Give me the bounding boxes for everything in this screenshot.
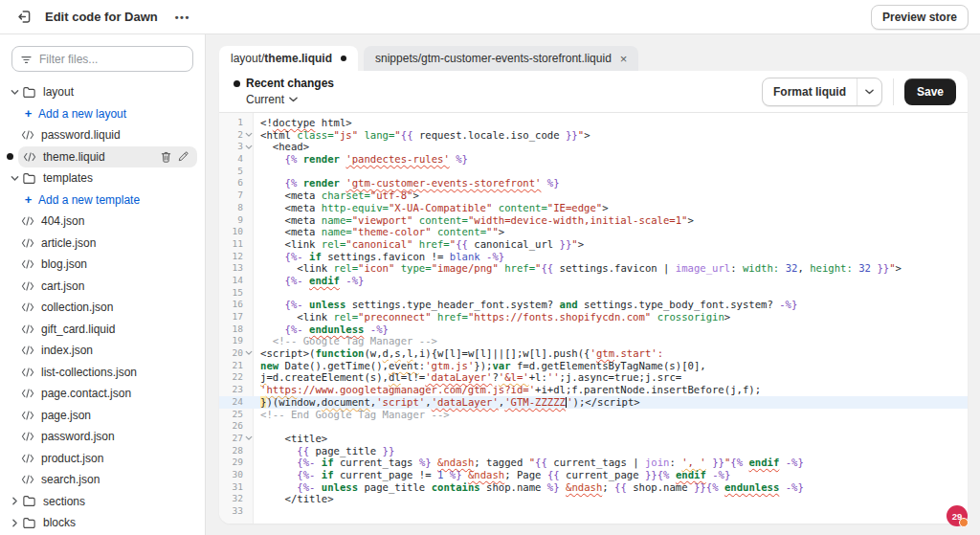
- sidebar-item-add-a-new-template[interactable]: +Add a new template: [0, 189, 205, 212]
- code-line-23[interactable]: 23'https://www.googletagmanager.com/gtm.…: [219, 384, 968, 396]
- delete-file-button[interactable]: [157, 150, 174, 164]
- gutter-line-number: 21: [219, 360, 254, 372]
- filter-files-input[interactable]: [11, 46, 193, 72]
- support-chat-badge[interactable]: 29: [947, 505, 968, 526]
- code-line-26[interactable]: 26: [219, 420, 968, 433]
- sidebar-item-add-a-new-layout[interactable]: +Add a new layout: [0, 103, 205, 125]
- tab-theme-liquid[interactable]: layout/theme.liquid: [219, 46, 358, 71]
- code-line-13[interactable]: 13 <link rel="icon" type="image/png" hre…: [219, 262, 968, 275]
- code-line-18[interactable]: 18 {%- endunless -%}: [219, 323, 968, 336]
- code-line-8[interactable]: 8 <meta http-equiv="X-UA-Compatible" con…: [219, 202, 968, 214]
- gutter-line-number: 31: [219, 481, 254, 494]
- code-line-21[interactable]: 21new Date().getTime(),event:'gtm.js'});…: [219, 360, 968, 372]
- sidebar-item-product-json[interactable]: product.json: [0, 448, 205, 470]
- gutter-line-number: 33: [219, 505, 254, 518]
- sidebar-item-theme-liquid[interactable]: theme.liquid: [0, 146, 205, 168]
- code-line-24[interactable]: 24})(window,document,'script','dataLayer…: [219, 396, 968, 409]
- more-actions-button[interactable]: •••: [171, 10, 194, 25]
- code-line-22[interactable]: 22j=d.createElement(s),dl=l!='dataLayer'…: [219, 371, 968, 384]
- sidebar-item-article-json[interactable]: article.json: [0, 233, 205, 255]
- code-line-31[interactable]: 31 {%- unless page_title contains shop.n…: [219, 481, 968, 494]
- sidebar-item-collection-json[interactable]: collection.json: [0, 297, 205, 319]
- code-file-icon: [23, 152, 36, 162]
- gutter-line-number: 24: [219, 396, 254, 409]
- code-line-27[interactable]: 27 <title>: [219, 433, 968, 445]
- code-line-9[interactable]: 9 <meta name="viewport" content="width=d…: [219, 214, 968, 227]
- sidebar-item-page-contact-json[interactable]: page.contact.json: [0, 383, 205, 405]
- code-line-3[interactable]: 3 <head>: [219, 141, 968, 153]
- code-line-30[interactable]: 30 {%- if current_page != 1 %} &ndash; P…: [219, 469, 968, 481]
- sidebar-item-list-collections-json[interactable]: list-collections.json: [0, 362, 205, 384]
- code-line-17[interactable]: 17 <link rel="preconnect" href="https://…: [219, 311, 968, 323]
- sidebar-item-404-json[interactable]: 404.json: [0, 211, 205, 233]
- code-fold-icon[interactable]: [245, 435, 253, 441]
- sidebar-item-password-liquid[interactable]: password.liquid: [0, 124, 205, 146]
- code-line-16[interactable]: 16 {%- unless settings.type_header_font.…: [219, 299, 968, 311]
- recent-changes-label: Recent changes: [246, 77, 334, 90]
- code-line-28[interactable]: 28 {{ page_title }}: [219, 445, 968, 457]
- chevron-right-icon[interactable]: [10, 519, 19, 527]
- code-line-25[interactable]: 25<!-- End Google Tag Manager -->: [219, 409, 968, 421]
- code-file-icon: [21, 368, 34, 377]
- code-fold-icon[interactable]: [245, 350, 253, 356]
- sidebar-item-page-json[interactable]: page.json: [0, 405, 205, 427]
- chevron-down-icon: [865, 89, 874, 95]
- format-liquid-button[interactable]: Format liquid: [762, 78, 882, 106]
- code-line-1[interactable]: 1<!doctype html>: [219, 117, 968, 129]
- page-title: Edit code for Dawn: [45, 10, 158, 24]
- code-fold-icon[interactable]: [245, 145, 253, 150]
- code-line-14[interactable]: 14 {%- endif -%}: [219, 275, 968, 287]
- modified-dot: [7, 153, 13, 160]
- code-file-icon: [21, 411, 34, 420]
- editor-card: Recent changes Current Format liquid Sav…: [219, 71, 968, 524]
- exit-code-editor-button[interactable]: [12, 6, 35, 29]
- code-line-32[interactable]: 32 </title>: [219, 493, 968, 505]
- close-icon[interactable]: ×: [620, 53, 628, 65]
- code-line-7[interactable]: 7 <meta charset="utf-8">: [219, 189, 968, 202]
- gutter-line-number: 32: [219, 493, 254, 505]
- code-line-12[interactable]: 12 {%- if settings.favicon != blank -%}: [219, 251, 968, 263]
- sidebar-item-templates[interactable]: templates: [0, 167, 205, 189]
- tab-gtm-snippet[interactable]: snippets/gtm-customer-events-storefront.…: [364, 46, 638, 71]
- code-line-2[interactable]: 2<html class="js" lang="{{ request.local…: [219, 129, 968, 142]
- code-file-icon: [21, 324, 34, 334]
- selected-file-pill[interactable]: theme.liquid: [18, 146, 197, 168]
- version-selector-value: Current: [246, 93, 284, 106]
- format-options-dropdown[interactable]: [857, 78, 881, 105]
- sidebar-item-blog-json[interactable]: blog.json: [0, 254, 205, 276]
- rename-file-button[interactable]: [174, 150, 191, 163]
- sidebar-item-password-json[interactable]: password.json: [0, 426, 205, 448]
- sidebar-item-blocks[interactable]: blocks: [0, 512, 205, 534]
- preview-store-button[interactable]: Preview store: [871, 5, 969, 30]
- tab-file-name: theme.liquid: [264, 52, 332, 65]
- code-line-10[interactable]: 10 <meta name="theme-color" content="">: [219, 226, 968, 238]
- sidebar-item-gift-card-liquid[interactable]: gift_card.liquid: [0, 319, 205, 341]
- sidebar-item-layout[interactable]: layout: [0, 81, 205, 103]
- code-line-33[interactable]: 33: [219, 505, 968, 518]
- code-fold-icon[interactable]: [245, 132, 253, 138]
- code-line-20[interactable]: 20<script>(function(w,d,s,l,i){w[l]=w[l]…: [219, 347, 968, 360]
- sidebar-item-cart-json[interactable]: cart.json: [0, 276, 205, 298]
- code-file-icon: [21, 454, 34, 463]
- filter-icon: [20, 53, 33, 70]
- chevron-down-icon[interactable]: [10, 174, 19, 183]
- code-line-15[interactable]: 15: [219, 287, 968, 300]
- save-button[interactable]: Save: [904, 78, 956, 105]
- chevron-down-icon[interactable]: [10, 88, 19, 97]
- gutter-line-number: 15: [219, 287, 254, 300]
- sidebar-item-index-json[interactable]: index.json: [0, 340, 205, 362]
- code-line-5[interactable]: 5: [219, 166, 968, 178]
- code-file-icon: [21, 346, 34, 355]
- code-line-4[interactable]: 4 {% render 'pandectes-rules' %}: [219, 153, 968, 166]
- top-bar: Edit code for Dawn ••• Preview store: [0, 0, 980, 34]
- sidebar-item-search-json[interactable]: search.json: [0, 469, 205, 491]
- version-selector[interactable]: Current: [246, 93, 334, 106]
- sidebar-item-sections[interactable]: sections: [0, 491, 205, 513]
- gutter-line-number: 2: [219, 129, 254, 142]
- chevron-right-icon[interactable]: [10, 497, 19, 505]
- code-line-11[interactable]: 11 <link rel="canonical" href="{{ canoni…: [219, 238, 968, 251]
- code-line-29[interactable]: 29 {%- if current_tags %} &ndash; tagged…: [219, 457, 968, 469]
- code-editor[interactable]: 1<!doctype html>2<html class="js" lang="…: [219, 113, 968, 524]
- code-line-19[interactable]: 19 <!-- Google Tag Manager -->: [219, 335, 968, 347]
- code-line-6[interactable]: 6 {% render 'gtm-customer-events-storefr…: [219, 177, 968, 189]
